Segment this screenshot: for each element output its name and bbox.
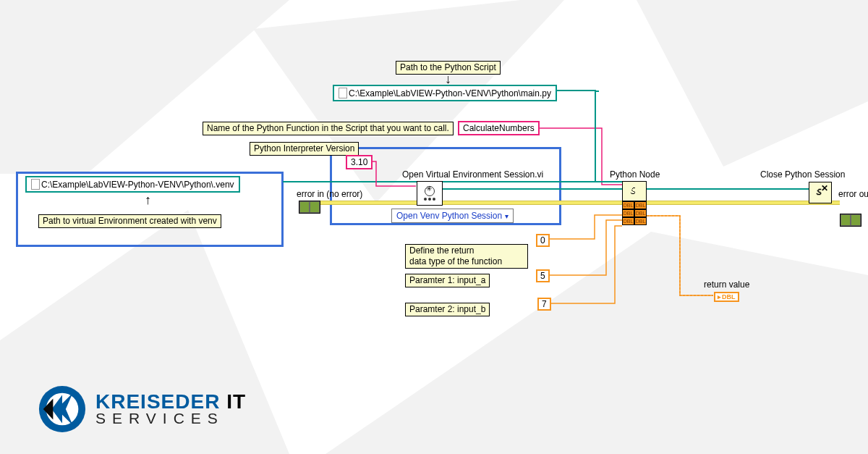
label-return-value: return value bbox=[704, 279, 749, 290]
tip-param2: Paramter 2: input_b bbox=[405, 303, 490, 316]
gear-icon bbox=[425, 186, 435, 196]
const-script-path[interactable]: C:\Example\LabVIEW-Python-VENV\Python\ma… bbox=[333, 85, 557, 101]
tip-param1: Paramter 1: input_a bbox=[405, 274, 490, 287]
terminal-error-in[interactable] bbox=[299, 201, 320, 214]
label-python-node: Python Node bbox=[610, 169, 660, 180]
const-return-type-init[interactable]: 0 bbox=[536, 234, 550, 247]
tip-script-path: Path to the Python Script bbox=[396, 61, 501, 75]
path-value: C:\Example\LabVIEW-Python-VENV\Python\.v… bbox=[41, 180, 234, 190]
dots-icon bbox=[424, 198, 435, 201]
label-open-session-vi: Open Virtual Environment Session.vi bbox=[402, 169, 543, 180]
vi-icon-close-session[interactable]: ಽ✕ bbox=[809, 182, 832, 203]
logo-text-1a: KREISEDER bbox=[95, 390, 220, 413]
svg-rect-6 bbox=[319, 201, 840, 204]
vi-icon-open-session[interactable] bbox=[417, 181, 443, 206]
tip-function-name: Name of the Python Function in the Scrip… bbox=[203, 122, 454, 135]
path-value: C:\Example\LabVIEW-Python-VENV\Python\ma… bbox=[349, 88, 551, 98]
tip-venv-path: Path to virtual Environment created with… bbox=[38, 214, 221, 228]
terminal-error-out[interactable] bbox=[840, 214, 861, 227]
python-node[interactable]: ಽ DBLDBL DBLDBL DBLDBL bbox=[622, 181, 647, 225]
const-function-name[interactable]: CalculateNumbers bbox=[458, 121, 540, 135]
snake-icon: ಽ bbox=[629, 185, 640, 198]
poly-selector-open-session[interactable]: Open Venv Python Session bbox=[391, 209, 514, 223]
close-icon: ಽ✕ bbox=[814, 186, 826, 199]
const-venv-path[interactable]: C:\Example\LabVIEW-Python-VENV\Python\.v… bbox=[25, 176, 240, 193]
logo-mark-icon bbox=[38, 384, 87, 434]
const-interpreter-version[interactable]: 3.10 bbox=[346, 155, 373, 169]
tip-return-type: Define the return data type of the funct… bbox=[405, 244, 528, 269]
const-param1[interactable]: 5 bbox=[536, 269, 550, 282]
label-close-session: Close Python Session bbox=[760, 169, 845, 180]
brand-logo: KREISEDER IT SERVICES bbox=[38, 384, 246, 434]
label-error-out: error out bbox=[838, 189, 868, 199]
const-param2[interactable]: 7 bbox=[537, 298, 551, 311]
label-error-in: error in (no error) bbox=[297, 189, 362, 199]
indicator-return-value[interactable]: DBL bbox=[714, 292, 739, 302]
logo-text-1b: IT bbox=[226, 390, 246, 413]
logo-text-2: SERVICES bbox=[95, 411, 246, 426]
tip-interpreter-version: Python Interpreter Version bbox=[250, 142, 359, 156]
